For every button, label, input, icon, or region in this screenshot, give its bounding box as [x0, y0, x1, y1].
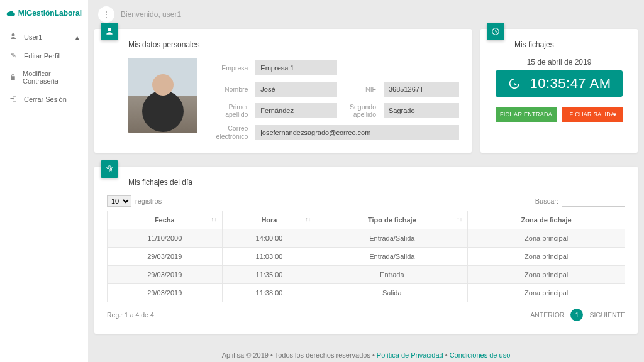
personal-data-card: Mis datos personales Empresa Nombre NIF … — [94, 29, 472, 153]
lock-icon — [9, 74, 16, 82]
table-row: 11/10/200014:00:00Entrada/SalidaZona pri… — [108, 229, 625, 248]
table-row: 29/03/201911:35:00EntradaZona principal — [108, 266, 625, 284]
field-apellido2[interactable] — [384, 103, 459, 118]
logout-icon — [9, 95, 18, 104]
pager-page-1[interactable]: 1 — [570, 309, 583, 321]
table-row: 29/03/201911:38:00SalidaZona principal — [108, 284, 625, 302]
search-input[interactable] — [562, 195, 625, 207]
field-nif[interactable] — [384, 82, 459, 97]
fichajes-table: Fecha↑↓ Hora↑↓ Tipo de fichaje↑↓ Zona de… — [107, 211, 625, 302]
card-title: Mis datos personales — [128, 40, 459, 49]
col-zona[interactable]: Zona de fichaje — [468, 211, 625, 229]
cell-fecha: 29/03/2019 — [108, 266, 223, 284]
welcome-text: Bienvenido, user1 — [121, 10, 181, 19]
cell-tipo: Salida — [316, 284, 468, 302]
sort-icon: ↑↓ — [457, 216, 462, 222]
cell-tipo: Entrada — [316, 266, 468, 284]
more-menu-button[interactable]: ⋮ — [98, 6, 114, 23]
clock-card: Mis fichajes 15 de abril de 2019 10:35:4… — [480, 29, 638, 153]
sidebar-item-change-password[interactable]: Modificar Contraseña — [0, 65, 88, 90]
page-size-label: registros — [135, 197, 162, 205]
sort-icon: ↑↓ — [211, 216, 217, 222]
field-apellido1[interactable] — [255, 103, 337, 118]
privacy-link[interactable]: Política de Privacidad — [377, 351, 443, 359]
caret-down-icon: ▼ — [613, 112, 618, 118]
sort-icon: ↑↓ — [305, 216, 311, 222]
clock-badge-icon — [487, 23, 504, 40]
user-icon — [9, 33, 18, 41]
cell-hora: 11:03:00 — [222, 248, 316, 266]
topbar: ⋮ Bienvenido, user1 — [94, 0, 638, 29]
cell-zona: Zona principal — [468, 248, 625, 266]
history-icon — [507, 77, 521, 90]
cell-hora: 11:38:00 — [222, 284, 316, 302]
field-empresa[interactable] — [255, 60, 337, 75]
cell-hora: 14:00:00 — [222, 229, 316, 248]
clock-in-button[interactable]: FICHAR ENTRADA — [496, 107, 557, 122]
card-title: Mis fichajes del día — [128, 178, 625, 187]
label-nif: NIF — [342, 85, 379, 93]
cell-tipo: Entrada/Salida — [316, 248, 468, 266]
col-tipo[interactable]: Tipo de fichaje↑↓ — [316, 211, 468, 229]
clock-out-label: FICHAR SALIDA — [570, 111, 615, 118]
cell-zona: Zona principal — [468, 266, 625, 284]
main-content: ⋮ Bienvenido, user1 Mis datos personales… — [88, 0, 644, 362]
records-summary: Reg.: 1 a 4 de 4 — [107, 311, 154, 319]
sidebar-user-toggle[interactable]: User1 ▴ — [0, 28, 88, 47]
label-apellido1: Primer apellido — [209, 103, 250, 118]
avatar — [128, 58, 197, 133]
pencil-icon: ✎ — [9, 52, 18, 60]
cell-fecha: 11/10/2000 — [108, 229, 223, 248]
field-nombre[interactable] — [255, 82, 337, 97]
sidebar-item-label: Modificar Contraseña — [23, 70, 79, 85]
col-hora[interactable]: Hora↑↓ — [222, 211, 316, 229]
cell-zona: Zona principal — [468, 284, 625, 302]
col-fecha[interactable]: Fecha↑↓ — [108, 211, 223, 229]
sidebar-user-label: User1 — [24, 33, 42, 41]
clock-date: 15 de abril de 2019 — [493, 58, 625, 67]
label-nombre: Nombre — [209, 85, 250, 93]
brand-name: MiGestiónLaboral — [18, 9, 82, 18]
cell-fecha: 29/03/2019 — [108, 284, 223, 302]
label-empresa: Empresa — [209, 64, 250, 72]
terms-link[interactable]: Condiciones de uso — [450, 351, 511, 359]
footer-text: Aplifisa © 2019 • Todos los derechos res… — [222, 351, 377, 359]
day-log-card: Mis fichajes del día 10 registros Buscar… — [94, 167, 638, 334]
sidebar-item-logout[interactable]: Cerrar Sesión — [0, 90, 88, 109]
sidebar-item-edit-profile[interactable]: ✎ Editar Perfil — [0, 47, 88, 65]
cloud-icon — [6, 9, 16, 17]
cell-fecha: 29/03/2019 — [108, 248, 223, 266]
table-row: 29/03/201911:03:00Entrada/SalidaZona pri… — [108, 248, 625, 266]
cell-tipo: Entrada/Salida — [316, 229, 468, 248]
card-title: Mis fichajes — [514, 40, 625, 49]
sidebar: MiGestiónLaboral User1 ▴ ✎ Editar Perfil… — [0, 0, 88, 362]
sidebar-item-label: Cerrar Sesión — [24, 96, 67, 103]
user-icon — [101, 23, 118, 40]
field-correo[interactable] — [255, 125, 459, 140]
pager-prev[interactable]: ANTERIOR — [530, 311, 564, 319]
sidebar-item-label: Editar Perfil — [24, 52, 60, 60]
brand-logo: MiGestiónLaboral — [0, 6, 88, 28]
search-label: Buscar: — [535, 197, 558, 205]
label-apellido2: Segundo apellido — [342, 103, 379, 118]
page-size-select[interactable]: 10 — [107, 195, 131, 207]
pager-next[interactable]: SIGUIENTE — [589, 311, 625, 319]
label-correo: Correo electrónico — [209, 124, 250, 140]
cell-hora: 11:35:00 — [222, 266, 316, 284]
clock-display: 10:35:47 AM — [496, 70, 623, 97]
cell-zona: Zona principal — [468, 229, 625, 248]
chevron-up-icon: ▴ — [75, 33, 79, 41]
footer: Aplifisa © 2019 • Todos los derechos res… — [94, 334, 638, 362]
clock-out-button[interactable]: FICHAR SALIDA ▼ — [562, 107, 623, 122]
fingerprint-icon — [101, 160, 118, 178]
clock-time: 10:35:47 AM — [530, 75, 611, 92]
